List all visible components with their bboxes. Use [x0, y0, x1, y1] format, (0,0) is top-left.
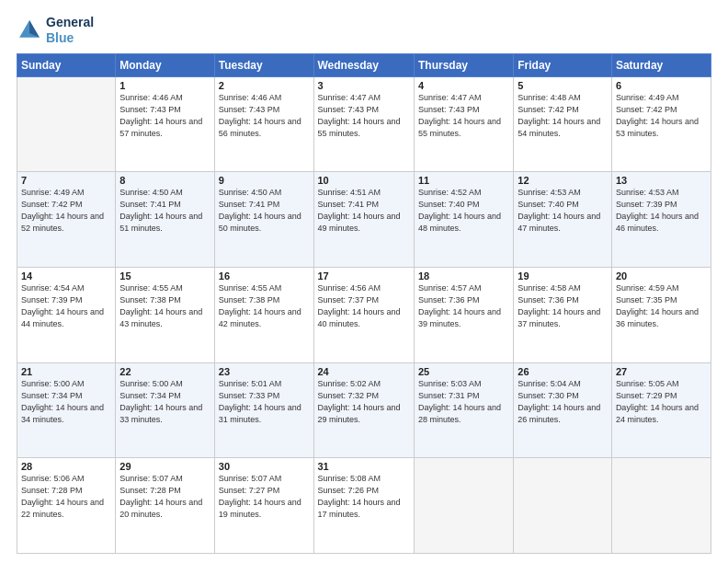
day-info: Sunrise: 4:54 AM Sunset: 7:39 PM Dayligh…	[21, 282, 111, 330]
day-info: Sunrise: 4:50 AM Sunset: 7:41 PM Dayligh…	[119, 187, 210, 235]
calendar-cell: 21 Sunrise: 5:00 AM Sunset: 7:34 PM Dayl…	[17, 362, 116, 458]
calendar-week-4: 21 Sunrise: 5:00 AM Sunset: 7:34 PM Dayl…	[17, 362, 711, 458]
day-info: Sunrise: 5:00 AM Sunset: 7:34 PM Dayligh…	[119, 378, 210, 426]
day-number: 22	[119, 366, 210, 377]
day-number: 12	[518, 175, 608, 186]
header: General Blue	[17, 15, 711, 46]
day-number: 19	[518, 270, 608, 282]
calendar-week-5: 28 Sunrise: 5:06 AM Sunset: 7:28 PM Dayl…	[17, 458, 711, 554]
day-number: 20	[616, 270, 707, 282]
day-number: 24	[318, 366, 410, 377]
day-number: 30	[219, 461, 310, 472]
day-number: 23	[219, 366, 310, 377]
calendar-cell: 26 Sunrise: 5:04 AM Sunset: 7:30 PM Dayl…	[514, 362, 612, 458]
calendar-cell: 22 Sunrise: 5:00 AM Sunset: 7:34 PM Dayl…	[116, 362, 214, 458]
day-number: 8	[119, 175, 210, 186]
weekday-wednesday: Wednesday	[313, 53, 414, 76]
day-number: 1	[119, 80, 210, 91]
logo-text: General Blue	[46, 15, 94, 46]
day-number: 6	[616, 80, 707, 91]
day-number: 2	[219, 80, 310, 91]
calendar-cell: 30 Sunrise: 5:07 AM Sunset: 7:27 PM Dayl…	[214, 458, 313, 554]
weekday-header: SundayMondayTuesdayWednesdayThursdayFrid…	[17, 53, 711, 76]
calendar-cell: 31 Sunrise: 5:08 AM Sunset: 7:26 PM Dayl…	[313, 458, 414, 554]
calendar-cell: 27 Sunrise: 5:05 AM Sunset: 7:29 PM Dayl…	[611, 362, 711, 458]
calendar-cell: 15 Sunrise: 4:55 AM Sunset: 7:38 PM Dayl…	[116, 267, 214, 362]
day-number: 4	[418, 80, 509, 91]
calendar-cell: 8 Sunrise: 4:50 AM Sunset: 7:41 PM Dayli…	[116, 172, 214, 268]
calendar-cell: 6 Sunrise: 4:49 AM Sunset: 7:42 PM Dayli…	[611, 76, 711, 172]
day-info: Sunrise: 4:55 AM Sunset: 7:38 PM Dayligh…	[119, 282, 210, 330]
day-info: Sunrise: 5:04 AM Sunset: 7:30 PM Dayligh…	[518, 378, 608, 426]
calendar-cell: 28 Sunrise: 5:06 AM Sunset: 7:28 PM Dayl…	[17, 458, 116, 554]
day-number: 26	[518, 366, 608, 377]
calendar-cell: 1 Sunrise: 4:46 AM Sunset: 7:43 PM Dayli…	[116, 76, 214, 172]
weekday-tuesday: Tuesday	[214, 53, 313, 76]
calendar-cell: 12 Sunrise: 4:53 AM Sunset: 7:40 PM Dayl…	[514, 172, 612, 268]
calendar-cell	[514, 458, 612, 554]
day-number: 5	[518, 80, 608, 91]
calendar-cell: 13 Sunrise: 4:53 AM Sunset: 7:39 PM Dayl…	[611, 172, 711, 268]
calendar-cell: 3 Sunrise: 4:47 AM Sunset: 7:43 PM Dayli…	[313, 76, 414, 172]
day-number: 25	[418, 366, 509, 377]
logo: General Blue	[17, 15, 94, 46]
day-info: Sunrise: 4:58 AM Sunset: 7:36 PM Dayligh…	[518, 282, 608, 330]
day-number: 21	[21, 366, 111, 377]
calendar-cell: 14 Sunrise: 4:54 AM Sunset: 7:39 PM Dayl…	[17, 267, 116, 362]
calendar-week-3: 14 Sunrise: 4:54 AM Sunset: 7:39 PM Dayl…	[17, 267, 711, 362]
day-number: 17	[318, 270, 410, 282]
day-info: Sunrise: 4:55 AM Sunset: 7:38 PM Dayligh…	[219, 282, 310, 330]
day-info: Sunrise: 5:00 AM Sunset: 7:34 PM Dayligh…	[21, 378, 111, 426]
day-info: Sunrise: 4:53 AM Sunset: 7:40 PM Dayligh…	[518, 187, 608, 235]
calendar-cell: 23 Sunrise: 5:01 AM Sunset: 7:33 PM Dayl…	[214, 362, 313, 458]
page: General Blue SundayMondayTuesdayWednesda…	[0, 0, 728, 563]
day-info: Sunrise: 5:02 AM Sunset: 7:32 PM Dayligh…	[318, 378, 410, 426]
calendar-cell	[17, 76, 116, 172]
day-number: 27	[616, 366, 707, 377]
calendar-cell: 17 Sunrise: 4:56 AM Sunset: 7:37 PM Dayl…	[313, 267, 414, 362]
calendar-body: 1 Sunrise: 4:46 AM Sunset: 7:43 PM Dayli…	[17, 76, 711, 553]
weekday-sunday: Sunday	[17, 53, 116, 76]
day-info: Sunrise: 4:51 AM Sunset: 7:41 PM Dayligh…	[318, 187, 410, 235]
day-info: Sunrise: 4:53 AM Sunset: 7:39 PM Dayligh…	[616, 187, 707, 235]
calendar-week-1: 1 Sunrise: 4:46 AM Sunset: 7:43 PM Dayli…	[17, 76, 711, 172]
day-info: Sunrise: 4:49 AM Sunset: 7:42 PM Dayligh…	[21, 187, 111, 235]
calendar-cell: 2 Sunrise: 4:46 AM Sunset: 7:43 PM Dayli…	[214, 76, 313, 172]
calendar-cell: 4 Sunrise: 4:47 AM Sunset: 7:43 PM Dayli…	[414, 76, 513, 172]
day-number: 11	[418, 175, 509, 186]
day-info: Sunrise: 5:08 AM Sunset: 7:26 PM Dayligh…	[318, 473, 410, 521]
day-info: Sunrise: 4:46 AM Sunset: 7:43 PM Dayligh…	[119, 92, 210, 140]
day-info: Sunrise: 5:05 AM Sunset: 7:29 PM Dayligh…	[616, 378, 707, 426]
day-info: Sunrise: 4:49 AM Sunset: 7:42 PM Dayligh…	[616, 92, 707, 140]
day-info: Sunrise: 4:47 AM Sunset: 7:43 PM Dayligh…	[318, 92, 410, 140]
day-number: 16	[219, 270, 310, 282]
day-number: 14	[21, 270, 111, 282]
day-info: Sunrise: 5:06 AM Sunset: 7:28 PM Dayligh…	[21, 473, 111, 521]
day-info: Sunrise: 4:52 AM Sunset: 7:40 PM Dayligh…	[418, 187, 509, 235]
day-info: Sunrise: 5:07 AM Sunset: 7:28 PM Dayligh…	[119, 473, 210, 521]
calendar-cell: 16 Sunrise: 4:55 AM Sunset: 7:38 PM Dayl…	[214, 267, 313, 362]
day-number: 28	[21, 461, 111, 472]
calendar-cell	[414, 458, 513, 554]
day-number: 9	[219, 175, 310, 186]
day-info: Sunrise: 4:57 AM Sunset: 7:36 PM Dayligh…	[418, 282, 509, 330]
day-number: 15	[119, 270, 210, 282]
calendar-cell: 10 Sunrise: 4:51 AM Sunset: 7:41 PM Dayl…	[313, 172, 414, 268]
day-number: 7	[21, 175, 111, 186]
weekday-thursday: Thursday	[414, 53, 513, 76]
day-number: 10	[318, 175, 410, 186]
day-info: Sunrise: 5:07 AM Sunset: 7:27 PM Dayligh…	[219, 473, 310, 521]
calendar-cell: 18 Sunrise: 4:57 AM Sunset: 7:36 PM Dayl…	[414, 267, 513, 362]
calendar-cell: 29 Sunrise: 5:07 AM Sunset: 7:28 PM Dayl…	[116, 458, 214, 554]
calendar-cell: 5 Sunrise: 4:48 AM Sunset: 7:42 PM Dayli…	[514, 76, 612, 172]
day-number: 18	[418, 270, 509, 282]
calendar-cell: 9 Sunrise: 4:50 AM Sunset: 7:41 PM Dayli…	[214, 172, 313, 268]
calendar-cell: 20 Sunrise: 4:59 AM Sunset: 7:35 PM Dayl…	[611, 267, 711, 362]
calendar-cell: 19 Sunrise: 4:58 AM Sunset: 7:36 PM Dayl…	[514, 267, 612, 362]
weekday-saturday: Saturday	[611, 53, 711, 76]
calendar-cell: 11 Sunrise: 4:52 AM Sunset: 7:40 PM Dayl…	[414, 172, 513, 268]
day-number: 3	[318, 80, 410, 91]
weekday-monday: Monday	[116, 53, 214, 76]
day-number: 29	[119, 461, 210, 472]
day-info: Sunrise: 4:48 AM Sunset: 7:42 PM Dayligh…	[518, 92, 608, 140]
